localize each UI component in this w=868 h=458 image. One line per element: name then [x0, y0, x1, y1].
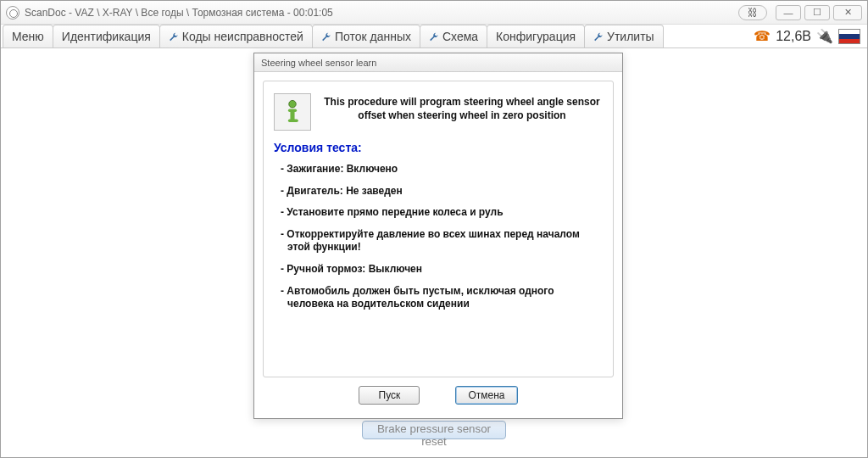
link-icon[interactable]: ⛓: [738, 5, 767, 20]
condition-item: - Двигатель: Не заведен: [274, 185, 603, 198]
condition-item: - Автомобиль должен быть пустым, исключа…: [274, 285, 603, 311]
content-area: Brake pressure sensor reset Steering whe…: [1, 48, 867, 453]
tab-bar: Меню Идентификация Коды неисправностей П…: [1, 25, 867, 48]
connection-icon: ☎: [754, 28, 771, 44]
tab-fault-codes[interactable]: Коды неисправностей: [159, 25, 313, 47]
maximize-button[interactable]: ☐: [804, 5, 830, 20]
minimize-button[interactable]: —: [776, 5, 801, 20]
info-icon: [274, 93, 311, 131]
wrench-icon: [169, 31, 179, 42]
cancel-button[interactable]: Отмена: [455, 386, 517, 405]
power-plug-icon: 🔌: [816, 28, 833, 44]
wrench-icon: [593, 31, 604, 42]
wrench-icon: [429, 31, 439, 42]
conditions-list: - Зажигание: Включено - Двигатель: Не за…: [274, 163, 603, 311]
background-button[interactable]: Brake pressure sensor reset: [362, 421, 506, 439]
dialog-steering-sensor-learn: Steering wheel sensor learn: [253, 53, 623, 419]
tab-utilities[interactable]: Утилиты: [584, 25, 664, 47]
wrench-icon: [321, 31, 331, 42]
dialog-footer: Пуск Отмена: [263, 377, 614, 413]
condition-item: - Откорректируйте давление во всех шинах…: [274, 228, 603, 254]
flag-russia-icon[interactable]: [838, 29, 860, 44]
window-controls: ⛓ — ☐ ✕: [738, 5, 862, 20]
tab-configuration[interactable]: Конфигурация: [487, 25, 585, 47]
tab-identification[interactable]: Идентификация: [53, 25, 160, 47]
dialog-body: This procedure will program steering whe…: [254, 72, 622, 418]
title-bar: ScanDoc - VAZ \ X-RAY \ Все годы \ Тормо…: [1, 1, 867, 25]
start-button[interactable]: Пуск: [359, 386, 420, 405]
condition-item: - Зажигание: Включено: [274, 163, 603, 176]
voltage-value: 12,6В: [776, 29, 811, 44]
info-panel: This procedure will program steering whe…: [263, 81, 614, 377]
footer-bar: [1, 453, 867, 457]
tab-data-stream[interactable]: Поток данных: [312, 25, 420, 47]
condition-item: - Установите прямо передние колеса и рул…: [274, 206, 603, 220]
condition-item: - Ручной тормоз: Выключен: [274, 263, 603, 276]
status-area: ☎ 12,6В 🔌: [754, 25, 867, 47]
dialog-title: Steering wheel sensor learn: [254, 53, 622, 72]
procedure-text: This procedure will program steering whe…: [321, 93, 603, 122]
app-window: ScanDoc - VAZ \ X-RAY \ Все годы \ Тормо…: [0, 0, 868, 458]
app-icon: [6, 6, 19, 20]
window-title: ScanDoc - VAZ \ X-RAY \ Все годы \ Тормо…: [25, 7, 738, 19]
svg-rect-3: [288, 120, 298, 122]
svg-rect-2: [290, 110, 294, 120]
tab-menu[interactable]: Меню: [3, 25, 53, 47]
tab-scheme[interactable]: Схема: [420, 25, 487, 47]
conditions-title: Условия теста:: [274, 141, 603, 154]
close-button[interactable]: ✕: [833, 5, 862, 20]
